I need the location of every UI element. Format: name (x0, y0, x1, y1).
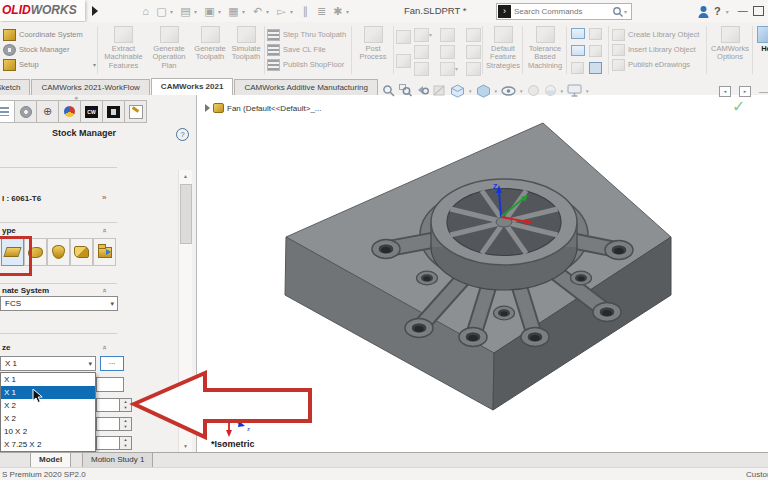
edit-appearance-icon[interactable] (527, 84, 540, 97)
help-ribbon-button[interactable]: He (756, 26, 768, 53)
stock-size-option[interactable]: X 7.25 X 2 (1, 438, 95, 451)
find-feature-icon[interactable] (589, 45, 602, 57)
user-account-icon[interactable] (698, 5, 709, 18)
publish-shopfloor-button[interactable]: Publish ShopFloor (267, 58, 344, 71)
stock-manager-button[interactable]: Stock Manager (3, 43, 69, 56)
previous-view-icon[interactable] (416, 84, 429, 97)
insert-library-object-button[interactable]: Insert Library Object (612, 43, 696, 56)
stock-size-option[interactable]: X 1 (1, 373, 95, 386)
help-caret-icon[interactable]: ▾ (726, 8, 733, 15)
new-file-caret-icon[interactable]: ▾ (170, 8, 177, 15)
length-stepper[interactable]: ▲▼ (119, 398, 132, 412)
tab-featuremanager-tree[interactable] (0, 100, 15, 123)
tab-camworks-2021[interactable]: CAMWorks 2021 (151, 78, 234, 95)
tab-camworks-2021-workflow[interactable]: CAMWorks 2021-WorkFlow (31, 79, 149, 95)
operation-tree-window-icon[interactable] (571, 28, 585, 39)
height-field[interactable] (96, 436, 120, 450)
stock-size-option[interactable]: X 2 (1, 399, 95, 412)
coordinate-system-button[interactable]: Coordinate System (3, 28, 83, 41)
maximize-button[interactable] (753, 6, 764, 16)
machine-settings-icon[interactable] (396, 54, 411, 68)
save-caret-icon[interactable]: ▾ (218, 8, 225, 15)
width-stepper[interactable]: ▲▼ (119, 417, 132, 431)
collapse-pane-icon[interactable]: — (759, 87, 768, 97)
section-view-icon[interactable] (433, 84, 446, 97)
feature-steps-icon[interactable] (440, 28, 455, 42)
save-cl-file-button[interactable]: Save CL File (267, 43, 326, 56)
setup-caret-icon[interactable]: ▾ (93, 61, 96, 68)
tab-propertymanager[interactable] (14, 100, 37, 123)
default-feature-strategies-button[interactable]: Default Feature Strategies (485, 26, 521, 70)
tab-sketch[interactable]: Sketch (0, 79, 30, 95)
panel-scrollbar[interactable]: ▲ ▼ (178, 170, 192, 452)
new-mill-part-caret-icon[interactable]: ▾ (429, 31, 432, 38)
home-icon[interactable]: ⌂ (138, 2, 153, 20)
create-library-object-button[interactable]: Create Library Object (612, 28, 699, 41)
u-slot-icon[interactable] (414, 62, 429, 76)
rebuild-icon[interactable]: ∥ (298, 2, 313, 20)
length-field[interactable] (96, 398, 120, 412)
stock-size-collapse-icon[interactable]: » (100, 345, 109, 349)
stock-size-option-selected[interactable]: X 1 (1, 386, 95, 399)
turn-feature-caret-icon[interactable]: ▾ (455, 65, 458, 72)
confirm-check-icon[interactable]: ✓ (732, 97, 745, 116)
panel-help-icon[interactable]: ? (176, 128, 189, 141)
split-pane-right-icon[interactable]: ▸ (739, 86, 751, 97)
zoom-to-area-icon[interactable] (399, 84, 412, 97)
apply-scene-caret-icon[interactable]: ▾ (561, 88, 564, 94)
width-field[interactable] (96, 417, 120, 431)
options-gear-icon[interactable]: ✱ (330, 2, 345, 20)
stock-type-part-file-button[interactable] (70, 238, 93, 266)
step-thru-toolpath-button[interactable]: Step Thru Toolpath (267, 28, 346, 41)
browse-button[interactable]: ... (100, 356, 124, 371)
generate-operation-plan-button[interactable]: Generate Operation Plan (148, 26, 190, 70)
size-value-field[interactable] (96, 377, 124, 392)
generate-toolpath-button[interactable]: Generate Toolpath (192, 26, 228, 62)
tab-camworks-feature-tree[interactable]: CW (80, 100, 103, 123)
stock-type-cylinder-button[interactable] (47, 238, 70, 266)
stock-size-combobox[interactable]: X 1▾ (0, 356, 96, 371)
scroll-up-icon[interactable]: ▲ (179, 170, 192, 182)
simulate-toolpath-button[interactable]: Simulate Toolpath (229, 26, 263, 62)
coordinate-system-collapse-icon[interactable]: » (100, 288, 109, 292)
graphics-viewport[interactable]: Z x y z Fan (Default<<Default>_... *Isom… (197, 95, 768, 452)
ellipse-feature-icon[interactable] (466, 28, 481, 42)
select-caret-icon[interactable]: ▾ (290, 8, 297, 15)
undo-caret-icon[interactable]: ▾ (266, 8, 273, 15)
feature-tree-icon[interactable] (589, 28, 602, 40)
view-settings-icon[interactable] (567, 84, 582, 97)
camworks-options-button[interactable]: CAMWorks Options (710, 26, 750, 62)
height-stepper[interactable]: ▲▼ (119, 436, 132, 450)
new-mill-part-icon[interactable] (414, 28, 429, 42)
edit-definition-icon[interactable] (589, 62, 602, 74)
tab-configurationmanager[interactable]: ⊕ (36, 100, 59, 123)
undo-icon[interactable]: ↶ (250, 2, 265, 20)
select-icon[interactable]: ▻ (274, 2, 289, 20)
menu-expand-icon[interactable] (92, 6, 98, 16)
apply-scene-icon[interactable] (544, 84, 557, 97)
toolpath-list-icon[interactable] (396, 30, 411, 44)
new-file-icon[interactable]: ▢ (154, 2, 169, 20)
display-style-icon[interactable] (476, 84, 491, 98)
print-caret-icon[interactable]: ▾ (242, 8, 249, 15)
tab-dimxpertmanager[interactable] (58, 100, 81, 123)
message-window-icon[interactable] (571, 62, 584, 74)
stock-size-option[interactable]: 10 X 2 (1, 425, 95, 438)
tab-motion-study-1[interactable]: Motion Study 1 (82, 453, 153, 468)
feature-tree-flyout[interactable]: Fan (Default<<Default>_... (205, 103, 322, 113)
tab-model[interactable]: Model (30, 453, 71, 468)
split-pane-left-icon[interactable]: ◂ (719, 86, 731, 97)
help-icon[interactable]: ? (714, 5, 721, 17)
minimize-button[interactable]: — (738, 6, 748, 16)
print-icon[interactable]: ▦ (226, 2, 241, 20)
setup-button[interactable]: Setup▾ (3, 58, 39, 71)
search-input[interactable] (512, 7, 612, 16)
tab-camworks-operation-tree[interactable] (102, 100, 125, 123)
save-icon[interactable]: ▣ (202, 2, 217, 20)
setup-window-icon[interactable] (571, 45, 585, 56)
tool-holder-icon[interactable] (414, 45, 429, 59)
zoom-to-fit-icon[interactable] (382, 84, 395, 97)
chamfer-feature-icon[interactable] (466, 62, 481, 76)
tab-camworks-additive-manufacturing[interactable]: CAMWorks Additive Manufacturing (234, 79, 377, 95)
display-style-caret-icon[interactable]: ▾ (495, 88, 498, 94)
